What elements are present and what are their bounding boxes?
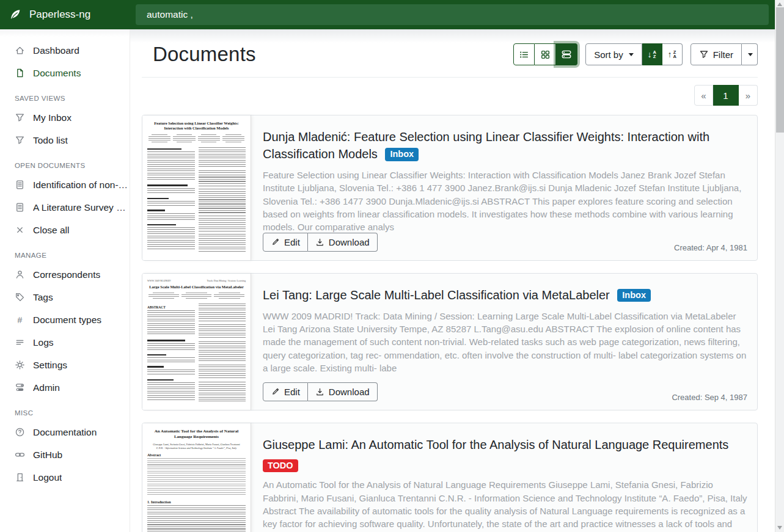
tag-icon — [15, 292, 25, 302]
view-mode-group — [513, 43, 577, 65]
stack-icon — [561, 49, 572, 60]
paperless-quill-icon — [9, 8, 22, 21]
scrollbar-down-arrow[interactable] — [777, 526, 782, 530]
tag-badge-inbox[interactable]: Inbox — [617, 289, 651, 302]
toggles-icon — [15, 382, 25, 393]
sidebar-item-documents[interactable]: Documents — [0, 62, 130, 84]
section-title-manage: MANAGE — [0, 252, 130, 259]
filter-button[interactable]: Filter — [691, 43, 742, 65]
pagination: « 1 » — [142, 85, 758, 106]
sidebar-item-open-doc-2[interactable]: A Literature Survey on ... — [0, 196, 130, 219]
brand-home-link[interactable]: Paperless-ng — [9, 0, 90, 29]
sidebar: Dashboard Documents SAVED VIEWS My Inbox… — [0, 29, 130, 532]
sort-descending-button[interactable]: ↑ Z A — [662, 43, 683, 65]
document-title-link[interactable]: Giuseppe Lami: An Automatic Tool for the… — [263, 436, 747, 473]
sidebar-item-documentation[interactable]: Documentation — [0, 421, 130, 443]
scrollbar-thumb[interactable] — [776, 7, 784, 133]
hash-icon: # — [15, 316, 25, 324]
sidebar-item-dashboard[interactable]: Dashboard — [0, 39, 130, 62]
sidebar-item-logout[interactable]: Logout — [0, 466, 130, 489]
sort-by-dropdown[interactable]: Sort by — [585, 43, 642, 65]
download-icon — [315, 238, 324, 247]
global-search-input[interactable] — [136, 4, 769, 25]
brand-name: Paperless-ng — [29, 9, 90, 21]
document-title-link[interactable]: Dunja Mladenić: Feature Selection using … — [263, 128, 747, 162]
document-card: Feature Selection using Linear Classifie… — [142, 115, 758, 261]
section-title-saved-views: SAVED VIEWS — [0, 95, 130, 102]
funnel-icon — [15, 135, 25, 145]
document-title-link[interactable]: Lei Tang: Large Scale Multi-Label Classi… — [263, 286, 747, 304]
documents-toolbar: Sort by ↓ A Z ↑ Z A — [513, 43, 758, 65]
document-card: An Automatic Tool for the Analysis of Na… — [142, 423, 758, 532]
chevron-down-icon — [748, 53, 753, 56]
sort-group: Sort by ↓ A Z ↑ Z A — [585, 43, 683, 65]
sidebar-item-github[interactable]: GitHub — [0, 443, 130, 466]
document-snippet: Feature Selection using Linear Classifie… — [263, 169, 747, 233]
sort-alpha-down-icon: ↓ — [647, 50, 651, 59]
list-icon — [519, 49, 529, 60]
download-button[interactable]: Download — [308, 382, 378, 401]
page-title: Documents — [153, 43, 256, 66]
pagination-next-button[interactable]: » — [739, 85, 758, 106]
grid-icon — [540, 49, 551, 60]
document-snippet: An Automatic Tool for the Analysis of Na… — [263, 478, 747, 532]
sidebar-item-document-types[interactable]: # Document types — [0, 308, 130, 331]
section-title-open-documents: OPEN DOCUMENTS — [0, 162, 130, 169]
door-icon — [15, 472, 25, 483]
file-text-icon — [15, 202, 25, 213]
sidebar-item-correspondents[interactable]: Correspondents — [0, 263, 130, 286]
funnel-icon — [699, 49, 709, 59]
document-thumbnail[interactable]: An Automatic Tool for the Analysis of Na… — [142, 423, 251, 532]
tag-badge-todo[interactable]: TODO — [263, 459, 298, 473]
pencil-icon — [271, 238, 280, 247]
pencil-icon — [271, 387, 280, 396]
person-icon — [15, 269, 25, 280]
sidebar-item-close-all[interactable]: Close all — [0, 219, 130, 241]
sidebar-item-tags[interactable]: Tags — [0, 286, 130, 308]
file-text-icon — [15, 180, 25, 190]
vertical-scrollbar — [775, 0, 784, 532]
filter-dropdown-button[interactable] — [742, 43, 758, 65]
pagination-prev-button[interactable]: « — [694, 85, 713, 106]
sidebar-item-my-inbox[interactable]: My Inbox — [0, 106, 130, 129]
document-card: WWW 2009 MADRID! Track: Data Mining / Se… — [142, 273, 758, 410]
house-icon — [15, 45, 25, 56]
gear-icon — [15, 360, 25, 370]
filter-group: Filter — [691, 43, 758, 65]
app-header: Paperless-ng — [0, 0, 775, 29]
file-icon — [15, 68, 25, 78]
created-date: Created: Sep 4, 1987 — [672, 393, 747, 402]
download-icon — [315, 387, 324, 396]
sidebar-item-logs[interactable]: Logs — [0, 331, 130, 354]
sidebar-item-settings[interactable]: Settings — [0, 354, 130, 376]
main-content: Documents Sort by — [130, 29, 775, 532]
edit-button[interactable]: Edit — [263, 233, 308, 252]
sort-alpha-up-icon: ↑ — [667, 50, 672, 59]
document-thumbnail[interactable]: WWW 2009 MADRID! Track: Data Mining / Se… — [142, 274, 251, 410]
view-table-button[interactable] — [513, 43, 535, 65]
link-icon — [15, 450, 25, 460]
section-title-misc: MISC — [0, 409, 130, 417]
edit-button[interactable]: Edit — [263, 382, 308, 401]
chevron-down-icon — [629, 53, 634, 56]
download-button[interactable]: Download — [308, 233, 378, 252]
sidebar-item-admin[interactable]: Admin — [0, 376, 130, 399]
scrollbar-up-arrow[interactable] — [777, 2, 782, 6]
sidebar-item-open-doc-1[interactable]: Identification of non-fu... — [0, 173, 130, 196]
view-details-button[interactable] — [556, 43, 577, 65]
x-icon — [15, 225, 25, 235]
funnel-icon — [15, 112, 25, 123]
document-snippet: WWW 2009 MADRID! Track: Data Mining / Se… — [263, 310, 747, 374]
tag-badge-inbox[interactable]: Inbox — [385, 148, 419, 161]
title-divider — [142, 77, 758, 78]
text-lines-icon — [15, 337, 25, 348]
question-circle-icon — [15, 427, 25, 437]
document-thumbnail[interactable]: Feature Selection using Linear Classifie… — [142, 115, 251, 260]
sort-ascending-button[interactable]: ↓ A Z — [642, 43, 662, 65]
sidebar-item-todo-list[interactable]: Todo list — [0, 129, 130, 151]
created-date: Created: Apr 4, 1981 — [674, 243, 747, 252]
view-grid-button[interactable] — [535, 43, 556, 65]
pagination-page-1-button[interactable]: 1 — [713, 85, 739, 106]
document-list: Feature Selection using Linear Classifie… — [142, 115, 758, 532]
